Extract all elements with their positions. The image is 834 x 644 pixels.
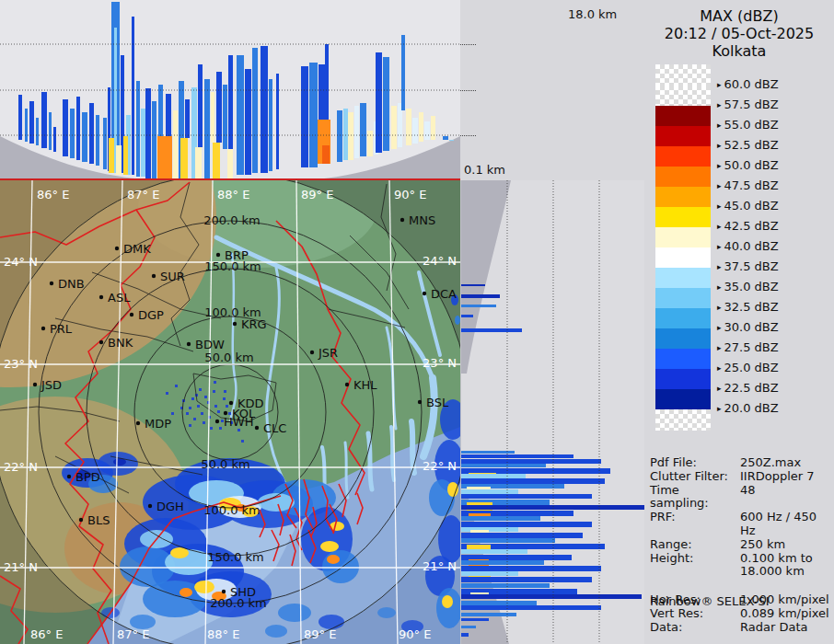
city-label: BLS (87, 513, 110, 527)
clutter-speckle (171, 412, 174, 415)
echo-bar (461, 294, 500, 298)
echo-bar (276, 74, 279, 169)
city-label: MDP (145, 417, 171, 431)
echo-bar (337, 110, 342, 162)
clutter-speckle (191, 397, 194, 400)
color-scale-band (655, 349, 711, 369)
city-dot (99, 340, 103, 344)
city-label: DGP (138, 308, 164, 322)
legend-arrow-icon: ▸ (717, 323, 722, 332)
echo-bar (443, 136, 448, 140)
legend-arrow-icon: ▸ (717, 141, 722, 150)
echo-bar (419, 112, 423, 142)
city-dot (215, 420, 219, 423)
radar-map-panel: 86° E86° E87° E87° E88° E88° E89° E89° E… (0, 180, 460, 644)
clutter-speckle (223, 397, 226, 400)
height-tick (460, 135, 476, 136)
latitude-label-left: 22° N (4, 460, 38, 474)
longitude-label-top: 89° E (301, 188, 333, 201)
latitude-label-left: 24° N (4, 255, 38, 269)
latitude-label-right: 22° N (423, 459, 457, 473)
legend-arrow-icon: ▸ (717, 384, 722, 393)
height-axis-min-label: 0.1 km (464, 163, 505, 177)
echo-bar (461, 618, 489, 621)
echo-bar (354, 106, 359, 158)
clutter-speckle (226, 405, 228, 408)
legend-panel: MAX (dBZ) 20:12 / 05-Oct-2025 Kolkata Pd… (644, 0, 834, 644)
metadata-row: Clutter Filter:IIRDoppler 7 (650, 470, 832, 484)
clutter-speckle (241, 440, 244, 443)
echo-blob (320, 541, 339, 552)
city-label: JSD (41, 378, 62, 392)
echo-bar (204, 79, 210, 178)
echo-bar (461, 605, 601, 610)
echo-bar (141, 109, 145, 177)
range-ring-label: 50.0 km (201, 457, 249, 471)
echo-bar (461, 626, 476, 628)
echo-bar (63, 99, 68, 156)
city-dot (187, 342, 191, 346)
legend-threshold-label: ▸25.0 dBZ (717, 361, 779, 374)
latitude-label-left: 21° N (4, 560, 38, 574)
color-scale-band (655, 409, 711, 431)
metadata-label: Clutter Filter: (650, 470, 740, 484)
echo-bar (383, 57, 389, 151)
echo-bar (301, 66, 308, 167)
city-dot (67, 475, 71, 478)
echo-bar (376, 52, 382, 153)
echo-bar (223, 85, 227, 149)
city-dot (33, 383, 37, 386)
echo-bar (36, 118, 39, 145)
legend-arrow-icon: ▸ (717, 343, 722, 352)
city-label: BPD (75, 470, 100, 484)
color-scale-band (655, 167, 711, 187)
echo-bar (406, 109, 411, 145)
product-name: MAX (dBZ) (644, 7, 834, 25)
city-dot (41, 327, 45, 330)
clutter-speckle (204, 396, 207, 398)
city-dot (229, 401, 233, 405)
metadata-row: Vert Res:0.089 km/pixel (650, 607, 832, 621)
color-scale-band (655, 207, 711, 227)
legend-arrow-icon: ▸ (717, 222, 722, 231)
echo-bar (136, 81, 140, 177)
city-label: JSR (318, 346, 338, 360)
legend-threshold-label: ▸50.0 dBZ (717, 158, 779, 172)
clutter-speckle (219, 427, 222, 430)
echo-bar (424, 121, 430, 140)
legend-threshold-label: ▸22.5 dBZ (717, 381, 779, 395)
echo-bar (25, 109, 28, 142)
metadata-label: Time sampling: (650, 484, 740, 512)
color-scale-bar (655, 64, 711, 431)
city-label: DGH (156, 500, 184, 513)
legend-threshold-label: ▸30.0 dBZ (717, 320, 779, 334)
clutter-speckle (186, 412, 189, 415)
legend-title-block: MAX (dBZ) 20:12 / 05-Oct-2025 Kolkata (644, 7, 834, 60)
echo-bar (166, 94, 171, 136)
clutter-speckle (189, 424, 191, 427)
beam-blind-zone-mask-north (461, 180, 511, 374)
range-ring-label: 50.0 km (204, 351, 253, 364)
legend-arrow-icon: ▸ (717, 80, 722, 89)
echo-bar (82, 112, 87, 162)
echo-blob (322, 550, 359, 583)
echo-bar (29, 101, 34, 144)
echo-bar (461, 583, 550, 588)
metadata-label: Pdf File: (650, 456, 740, 470)
color-scale-band (655, 247, 711, 268)
clutter-speckle (214, 405, 217, 408)
echo-bar (431, 116, 435, 140)
legend-threshold-label: ▸32.5 dBZ (717, 300, 779, 314)
echo-bar (461, 454, 573, 458)
city-label: BRP (225, 248, 249, 262)
metadata-row: Data:Radar Data (650, 621, 832, 635)
longitude-label-top: 86° E (37, 188, 69, 201)
echo-blob (442, 595, 453, 608)
color-scale-band (655, 288, 711, 308)
echo-bar (461, 571, 518, 576)
echo-bar (216, 72, 222, 143)
echo-bar (461, 474, 526, 478)
legend-threshold-label: ▸47.5 dBZ (717, 178, 779, 192)
echo-bar (461, 577, 592, 582)
city-label: BSL (426, 396, 449, 409)
